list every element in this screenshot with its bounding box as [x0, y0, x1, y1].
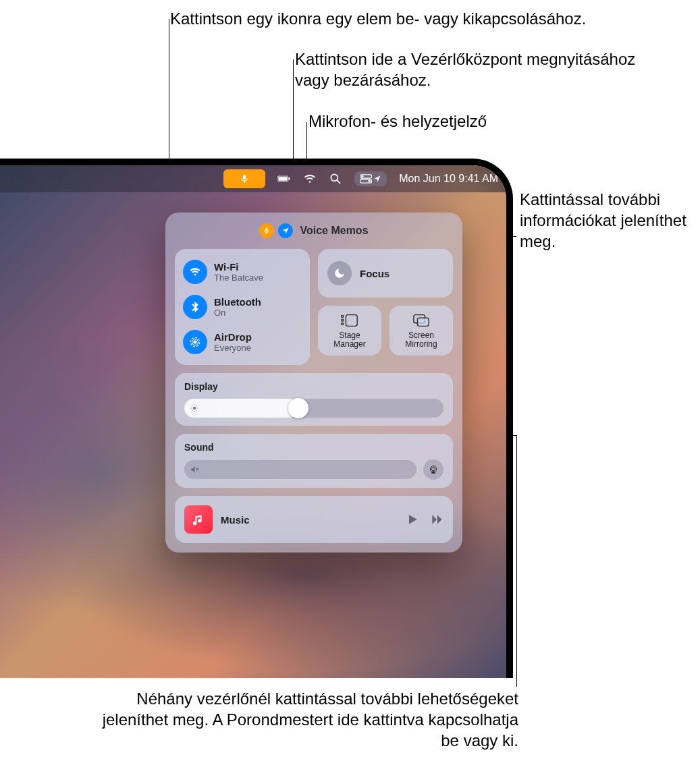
- callout-toggle: Kattintson egy ikonra egy elem be- vagy …: [170, 8, 586, 29]
- display-slider-knob[interactable]: [288, 398, 308, 418]
- stage-manager-label: Stage Manager: [322, 331, 377, 349]
- control-center-menu-icon[interactable]: [354, 171, 387, 186]
- sound-slider[interactable]: [184, 460, 416, 479]
- mic-badge: [259, 223, 274, 238]
- bluetooth-subtitle: On: [214, 308, 261, 318]
- toggles-icon: [360, 174, 372, 184]
- location-badge: [278, 223, 293, 238]
- speaker-mute-icon: [190, 465, 199, 474]
- svg-point-3: [331, 174, 338, 181]
- svg-point-6: [361, 175, 364, 178]
- sound-tile[interactable]: Sound: [175, 434, 453, 488]
- callout-more-info: Kattintással további információkat jelen…: [520, 189, 695, 252]
- callout-open-close: Kattintson ide a Vezérlőközpont megnyitá…: [295, 49, 673, 90]
- airdrop-toggle[interactable]: AirDrop Everyone: [183, 330, 302, 354]
- display-tile[interactable]: Display: [175, 373, 453, 426]
- microphone-icon: [263, 227, 271, 235]
- callout-bottom: Néhány vezérlőnél kattintással további l…: [95, 688, 518, 752]
- now-playing-title: Music: [221, 514, 398, 526]
- svg-point-18: [193, 407, 196, 410]
- stage-manager-tile[interactable]: Stage Manager: [318, 306, 381, 356]
- connectivity-tile[interactable]: Wi-Fi The Batcave Bluetooth On: [175, 249, 310, 365]
- privacy-app-label: Voice Memos: [300, 225, 368, 237]
- svg-line-4: [338, 181, 340, 184]
- svg-rect-15: [346, 315, 357, 327]
- svg-rect-14: [342, 323, 344, 325]
- screen-mirroring-label: Screen Mirroring: [394, 331, 449, 349]
- device-frame: Mon Jun 10 9:41 AM Voice Memos Wi-Fi: [0, 159, 513, 678]
- leader-line: [516, 435, 517, 687]
- moon-icon: [327, 261, 352, 285]
- location-arrow-icon: [373, 175, 381, 183]
- svg-rect-17: [417, 318, 429, 326]
- wifi-subtitle: The Batcave: [214, 273, 263, 283]
- microphone-icon: [239, 173, 250, 184]
- sound-label: Sound: [184, 442, 443, 453]
- wifi-icon[interactable]: [303, 172, 317, 186]
- spotlight-icon[interactable]: [329, 172, 342, 186]
- screen-mirroring-icon: [412, 312, 431, 329]
- wifi-toggle[interactable]: Wi-Fi The Batcave: [183, 260, 302, 284]
- airdrop-subtitle: Everyone: [214, 343, 252, 353]
- svg-line-23: [192, 405, 192, 406]
- privacy-info-row[interactable]: Voice Memos: [175, 222, 453, 241]
- bluetooth-toggle[interactable]: Bluetooth On: [183, 295, 302, 319]
- svg-line-25: [192, 410, 192, 411]
- menubar: Mon Jun 10 9:41 AM: [0, 165, 506, 192]
- play-icon[interactable]: [406, 513, 419, 526]
- brightness-low-icon: [190, 403, 199, 413]
- display-label: Display: [184, 381, 443, 392]
- location-arrow-icon: [281, 227, 290, 235]
- focus-tile[interactable]: Focus: [318, 249, 453, 298]
- control-center-panel: Voice Memos Wi-Fi The Batcave: [165, 213, 462, 553]
- battery-icon[interactable]: [277, 172, 291, 186]
- svg-point-8: [369, 180, 371, 183]
- callout-mic-loc: Mikrofon- és helyzetjelző: [308, 111, 487, 132]
- screen-mirroring-tile[interactable]: Screen Mirroring: [389, 306, 453, 356]
- display-slider[interactable]: [184, 399, 443, 418]
- svg-point-9: [194, 341, 197, 344]
- svg-rect-1: [279, 177, 288, 180]
- stage-manager-icon: [340, 312, 359, 329]
- bluetooth-icon[interactable]: [183, 295, 207, 319]
- airdrop-title: AirDrop: [214, 331, 252, 343]
- airdrop-icon[interactable]: [183, 330, 207, 354]
- focus-label: Focus: [360, 268, 389, 279]
- music-app-icon: [184, 505, 213, 534]
- svg-rect-2: [289, 177, 290, 180]
- airplay-audio-button[interactable]: [423, 459, 443, 480]
- now-playing-tile[interactable]: Music: [175, 496, 453, 543]
- wifi-icon[interactable]: [183, 260, 207, 284]
- wifi-title: Wi-Fi: [214, 261, 263, 273]
- menubar-datetime[interactable]: Mon Jun 10 9:41 AM: [399, 173, 498, 185]
- svg-line-24: [196, 410, 197, 411]
- airplay-icon: [428, 464, 439, 475]
- svg-rect-12: [342, 316, 344, 318]
- next-track-icon[interactable]: [430, 513, 443, 526]
- mic-indicator-pill[interactable]: [223, 169, 265, 188]
- bluetooth-title: Bluetooth: [214, 296, 261, 308]
- svg-rect-13: [342, 319, 344, 321]
- svg-line-26: [196, 405, 197, 406]
- display-slider-fill: [184, 399, 298, 418]
